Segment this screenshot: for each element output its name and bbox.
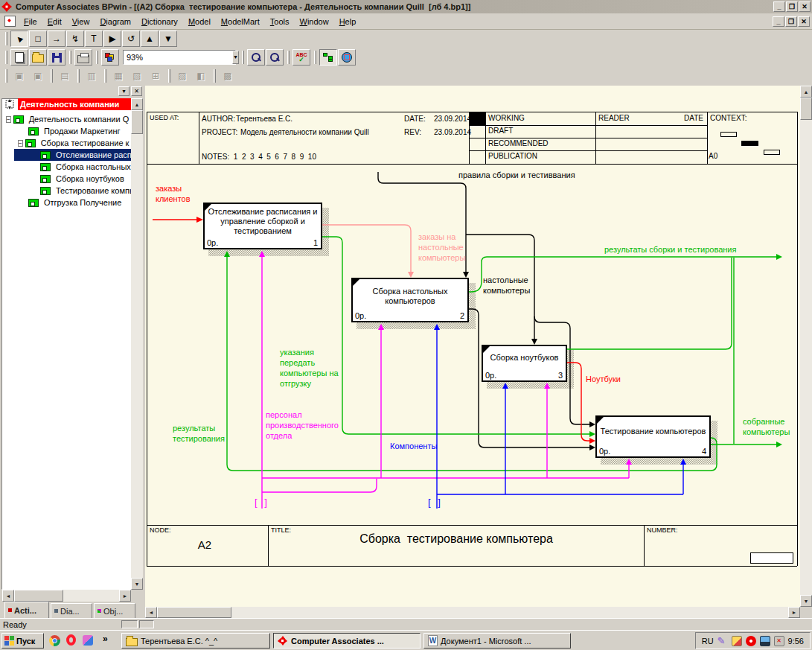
go-to-parent-button[interactable]: ↺ — [122, 31, 140, 47]
expander-minus-icon[interactable]: − — [6, 116, 11, 123]
label-desktop-computers[interactable]: настольные компьютеры — [483, 275, 546, 296]
menu-diagram[interactable]: Diagram — [95, 15, 136, 28]
zoom-combobox[interactable]: ▼ — [123, 50, 236, 65]
tree-vertical-scrollbar[interactable]: ▲ ▼ — [131, 98, 143, 590]
activity-box-schedule-tracking[interactable]: Отслеживание расписания и управление сбо… — [203, 203, 322, 249]
tree-item-model-root[interactable]: − Деятельность компании Q — [6, 113, 131, 125]
mm-admin-button[interactable]: ▨ — [173, 68, 191, 84]
tab-diagrams[interactable]: Dia... — [51, 603, 92, 618]
panel-titlebar[interactable]: ▾ ✕ — [1, 85, 144, 98]
label-production-staff[interactable]: персонал производственного отдела — [266, 410, 354, 441]
tunnel-bracket-magenta[interactable]: [ ] — [255, 497, 269, 508]
zoom-in-button[interactable] — [247, 49, 265, 66]
taskbar-item-folder[interactable]: Терентьева Е.С. ^_^ — [121, 633, 270, 649]
color-button[interactable] — [101, 49, 119, 66]
scrollbar-thumb[interactable] — [800, 98, 812, 120]
label-components[interactable]: Компоненты — [390, 441, 437, 451]
start-button[interactable]: Пуск — [1, 633, 44, 649]
mm-checkout-button[interactable]: ▧ — [128, 68, 146, 84]
panel-menu-button[interactable]: ▾ — [118, 86, 130, 96]
scroll-left-icon[interactable]: ◄ — [2, 590, 14, 602]
taskbar-item-bpwin[interactable]: Computer Associates ... — [273, 633, 421, 649]
scroll-right-icon[interactable]: ► — [119, 590, 131, 602]
tunnel-bracket-blue[interactable]: [ ] — [428, 497, 443, 508]
scroll-down-icon[interactable]: ▼ — [131, 578, 143, 590]
menu-model[interactable]: Model — [183, 15, 216, 28]
mm-grid-button[interactable]: ⊞ — [147, 68, 164, 84]
scroll-left-icon[interactable]: ◄ — [145, 607, 157, 618]
canvas-horizontal-scrollbar[interactable]: ◄ ► — [145, 607, 800, 618]
label-assembly-rules[interactable]: правила сборки и тестиввания — [458, 170, 575, 180]
menu-dictionary[interactable]: Dictionary — [136, 15, 183, 28]
toolbar-grip[interactable] — [5, 32, 7, 45]
mdi-close-button[interactable]: ✕ — [798, 16, 810, 27]
label-transfer-instructions[interactable]: указания передать компьютеры на отгрузку — [280, 347, 351, 389]
minimize-button[interactable]: _ — [773, 1, 785, 12]
menu-view[interactable]: View — [67, 15, 95, 28]
menu-file[interactable]: File — [19, 15, 42, 28]
toolbar-grip[interactable] — [5, 51, 7, 64]
close-button[interactable]: ✕ — [799, 1, 811, 12]
squiggle-tool-button[interactable]: ↯ — [66, 31, 84, 47]
tree-item-laptop-assembly[interactable]: Сборка ноутбуков — [40, 173, 131, 185]
zoom-dropdown-button[interactable]: ▼ — [232, 51, 239, 64]
menu-modelmart[interactable]: ModelMart — [216, 15, 265, 28]
tree-item-shipping-receiving[interactable]: Отгрузка Получение — [28, 197, 131, 208]
quick-launch-app-icon[interactable] — [83, 635, 93, 646]
quick-launch-overflow-icon[interactable]: » — [103, 634, 108, 644]
mdi-minimize-button[interactable]: _ — [773, 16, 784, 27]
menu-edit[interactable]: Edit — [42, 15, 67, 28]
model-name-header[interactable]: Деятельность компании — [18, 98, 131, 110]
activity-box-laptop-assembly[interactable]: Сборка ноутбуков 0р. 3 — [482, 345, 567, 382]
activity-box-tool-button[interactable]: □ — [29, 31, 47, 47]
menu-help[interactable]: Help — [334, 15, 362, 28]
zoom-area-button[interactable] — [266, 49, 284, 66]
model-explorer-toggle-button[interactable] — [319, 49, 337, 66]
arrow-transfer-instructions[interactable] — [322, 237, 589, 434]
activity-box-computer-testing[interactable]: Тестирование компьютеров 0р. 4 — [595, 415, 711, 458]
scrollbar-thumb[interactable] — [157, 607, 231, 618]
mm-copy-button[interactable]: ▥ — [83, 68, 100, 84]
quick-launch-opera-icon[interactable] — [66, 634, 76, 646]
diagram-canvas[interactable]: USED AT: AUTHOR: Терентьева Е.С. DATE: 2… — [145, 86, 800, 607]
quick-launch-chrome-icon[interactable] — [49, 635, 60, 646]
label-laptops[interactable]: Ноутбуки — [586, 374, 621, 384]
scroll-up-icon[interactable]: ▲ — [131, 98, 143, 110]
scroll-right-icon[interactable]: ► — [788, 607, 800, 618]
scrollbar-thumb[interactable] — [14, 590, 63, 602]
mm-open-button[interactable]: ▣ — [10, 68, 28, 84]
arrow-desktop-orders[interactable] — [322, 225, 411, 272]
scroll-down-icon[interactable]: ▼ — [800, 595, 812, 607]
go-up-button[interactable]: ▲ — [141, 31, 159, 47]
label-assembled-computers[interactable]: собранные компьютеры — [743, 416, 800, 437]
scrollbar-thumb[interactable] — [131, 110, 143, 134]
mdi-child-icon[interactable] — [4, 16, 16, 27]
pencil-tray-icon[interactable]: ✎ — [717, 636, 728, 646]
mm-security-button[interactable]: ◧ — [192, 68, 210, 84]
arrow-tool-button[interactable]: → — [48, 31, 65, 47]
spell-check-button[interactable]: ABC✓ — [292, 49, 310, 66]
label-assembly-testing-results[interactable]: результаты сборки и тестирования — [604, 244, 736, 255]
muted-speaker-icon[interactable]: ✕ — [774, 636, 784, 646]
mm-users-button[interactable]: ▩ — [219, 68, 237, 84]
restore-button[interactable]: ❐ — [786, 1, 798, 12]
tab-objects[interactable]: Obj... — [94, 603, 135, 618]
tree-item-assembly-testing[interactable]: − Сборка тестирование к — [18, 137, 131, 149]
network-tray-icon[interactable] — [760, 636, 770, 646]
label-testing-results[interactable]: результаты тестирования — [173, 423, 240, 444]
label-customer-orders[interactable]: заказы клиентов — [156, 183, 208, 204]
mm-close-button[interactable]: ▣ — [29, 68, 47, 84]
opera-tray-icon[interactable] — [746, 636, 756, 646]
tree-item-sales-marketing[interactable]: Продажи Маркетинг — [28, 125, 131, 137]
language-indicator[interactable]: RU — [702, 637, 714, 646]
scroll-up-icon[interactable]: ▲ — [800, 86, 812, 98]
mm-lock-button[interactable]: ▤ — [56, 68, 74, 84]
expander-minus-icon[interactable]: − — [18, 140, 23, 147]
go-down-button[interactable]: ▼ — [159, 31, 177, 47]
text-tool-button[interactable]: T — [85, 31, 103, 47]
save-button[interactable] — [48, 49, 65, 66]
mdi-restore-button[interactable]: ❐ — [785, 16, 797, 27]
menu-window[interactable]: Window — [295, 15, 334, 28]
tree-item-computer-testing[interactable]: Тестирование компь — [40, 185, 131, 197]
zoom-input[interactable] — [124, 53, 232, 62]
